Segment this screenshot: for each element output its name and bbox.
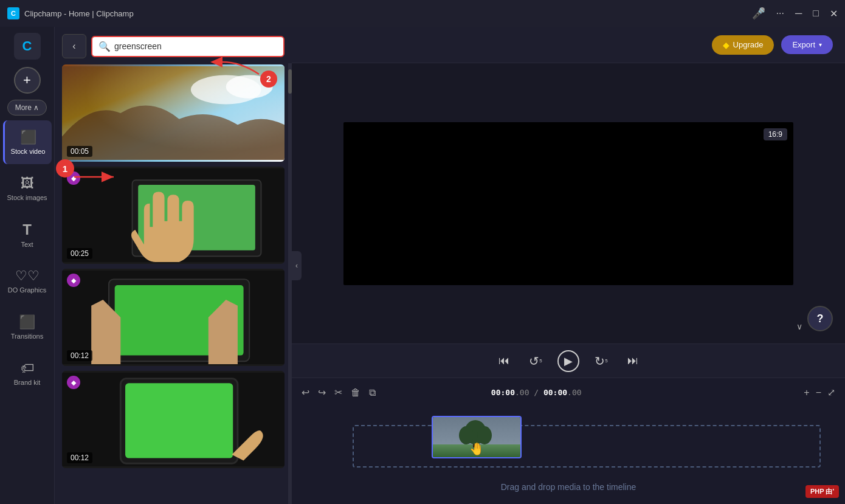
transitions-icon: ⬛ <box>19 314 35 330</box>
redo-button[interactable]: ↪ <box>318 387 326 398</box>
thumbnail-preview: ◆ 00:12 <box>62 269 285 366</box>
titlebar-left: C Clipchamp - Home | Clipchamp <box>7 7 134 19</box>
skip-to-start-button[interactable]: ⏮ <box>494 351 514 371</box>
upgrade-label: Upgrade <box>733 40 764 49</box>
export-button[interactable]: Export ▾ <box>781 35 833 54</box>
thumbnail-item[interactable]: ◆ 00:12 <box>62 269 285 366</box>
thumbnail-preview: ◆ 00:25 <box>62 167 285 264</box>
window-controls: 🎤 ··· ─ □ ✕ <box>752 7 838 20</box>
video-preview-area: 16:9 ? ∨ <box>292 63 845 343</box>
drag-drop-hint: Drag and drop media to the timeline <box>501 482 636 492</box>
sidebar-item-stock-images[interactable]: 🖼 Stock images <box>3 167 52 210</box>
search-bar: ‹ 🔍 <box>55 27 292 64</box>
text-icon: T <box>22 221 32 238</box>
brand-label: Brand kit <box>14 379 40 386</box>
cut-button[interactable]: ✂ <box>334 387 342 398</box>
app-icon: C <box>7 7 19 19</box>
search-input-wrapper: 🔍 <box>91 36 285 57</box>
sidebar-logo: C <box>14 33 41 60</box>
stock-video-icon: ⬛ <box>20 129 36 145</box>
video-canvas <box>343 122 793 285</box>
rewind-5s-button[interactable]: ↺5 <box>526 351 545 371</box>
zoom-in-button[interactable]: + <box>804 387 809 398</box>
premium-badge: ◆ <box>67 171 80 185</box>
sidebar-item-stock-video[interactable]: ⬛ Stock video <box>3 120 52 164</box>
more-button[interactable]: More ∧ <box>7 100 47 116</box>
expand-button[interactable]: ⤢ <box>827 387 835 398</box>
premium-badge: ◆ <box>67 376 80 389</box>
close-button[interactable]: ✕ <box>830 8 838 19</box>
thumbnail-preview <box>62 64 285 162</box>
copy-button[interactable]: ⧉ <box>369 387 376 398</box>
svg-rect-12 <box>125 383 233 458</box>
chevron-down-icon[interactable]: ∨ <box>796 322 802 331</box>
sidebar-item-graphics[interactable]: ♡♡ DO Graphics <box>3 259 52 303</box>
stock-images-label: Stock images <box>7 194 47 201</box>
graphics-icon: ♡♡ <box>15 268 40 284</box>
timeline-area: 🤚 Drag and drop media to the timeline PH… <box>292 407 845 504</box>
thumb-green-tablet <box>62 269 285 366</box>
sidebar-item-text[interactable]: T Text <box>3 213 52 257</box>
current-time: 00:00 <box>491 388 515 397</box>
graphics-label: DO Graphics <box>8 286 47 294</box>
more-label: More ∧ <box>15 103 40 112</box>
php-watermark: PHP 由' <box>805 485 839 498</box>
window-title: Clipchamp - Home | Clipchamp <box>24 9 134 18</box>
timeline-zoom-controls: + − ⤢ <box>804 387 835 398</box>
thumbnail-list: 00:05 ◆ <box>55 64 292 504</box>
mic-button[interactable]: 🎤 <box>752 7 765 20</box>
media-panel: ‹ 🔍 2 <box>55 27 292 504</box>
transitions-label: Transitions <box>11 333 43 340</box>
diamond-icon: ◆ <box>71 277 76 285</box>
svg-rect-1 <box>62 66 285 160</box>
top-bar: ◆ Upgrade Export ▾ <box>292 27 845 63</box>
export-label: Export <box>792 40 815 49</box>
upgrade-button[interactable]: ◆ Upgrade <box>712 35 774 55</box>
sidebar-item-brand[interactable]: 🏷 Brand kit <box>3 351 52 395</box>
thumbnail-item[interactable]: ◆ 00:25 <box>62 167 285 264</box>
search-input[interactable] <box>114 41 277 51</box>
timeline-toolbar: ↩ ↪ ✂ 🗑 ⧉ 00:00.00 / 00:00.00 + − ⤢ <box>292 378 845 407</box>
thumbnail-preview: ◆ 00:12 <box>62 371 285 468</box>
sidebar-item-transitions[interactable]: ⬛ Transitions <box>3 305 52 349</box>
help-button[interactable]: ? <box>807 306 833 331</box>
total-time: 00:00 <box>543 388 567 397</box>
thumb-green-hand <box>62 167 285 264</box>
duration-badge: 00:12 <box>67 350 92 361</box>
timeline-clip[interactable]: 🤚 <box>432 416 522 458</box>
skip-to-end-button[interactable]: ⏭ <box>623 351 643 371</box>
diamond-icon: ◆ <box>71 174 76 182</box>
brand-icon: 🏷 <box>21 361 34 376</box>
thumb-green-tablet2 <box>62 371 285 468</box>
diamond-icon: ◆ <box>71 379 76 387</box>
maximize-button[interactable]: □ <box>813 8 819 19</box>
playback-controls: ⏮ ↺5 ▶ ↻5 ⏭ <box>292 343 845 378</box>
app-body: C + More ∧ ⬛ Stock video 🖼 Stock images … <box>0 27 845 504</box>
minimize-button[interactable]: ─ <box>795 8 802 19</box>
more-options-button[interactable]: ··· <box>776 8 784 19</box>
stock-images-icon: 🖼 <box>21 176 34 192</box>
stock-video-label: Stock video <box>11 148 46 155</box>
total-time-ms: .00 <box>567 388 581 397</box>
undo-button[interactable]: ↩ <box>302 387 309 398</box>
cursor-hand-icon: 🤚 <box>469 441 485 456</box>
timeline-track <box>353 425 821 468</box>
thumbnail-item[interactable]: ◆ 00:12 <box>62 371 285 468</box>
timecode-display: 00:00.00 / 00:00.00 <box>491 388 582 397</box>
forward-5s-button[interactable]: ↻5 <box>592 351 611 371</box>
search-icon: 🔍 <box>98 41 111 52</box>
back-button[interactable]: ‹ <box>62 34 86 58</box>
aspect-ratio-badge: 16:9 <box>764 128 787 140</box>
diamond-upgrade-icon: ◆ <box>723 40 729 50</box>
add-button[interactable]: + <box>14 67 41 94</box>
panel-collapse-handle[interactable]: ‹ <box>292 251 302 280</box>
zoom-out-button[interactable]: − <box>816 387 821 398</box>
thumbnail-item[interactable]: 00:05 <box>62 64 285 162</box>
preview-container: 16:9 <box>343 122 793 285</box>
delete-button[interactable]: 🗑 <box>351 387 360 398</box>
main-content: ◆ Upgrade Export ▾ 16:9 ? ∨ ⏮ ↺5 ▶ ↻5 <box>292 27 845 504</box>
duration-badge: 00:12 <box>67 452 92 463</box>
logo-text: C <box>22 38 32 54</box>
play-button[interactable]: ▶ <box>557 350 579 372</box>
svg-point-2 <box>191 75 261 104</box>
